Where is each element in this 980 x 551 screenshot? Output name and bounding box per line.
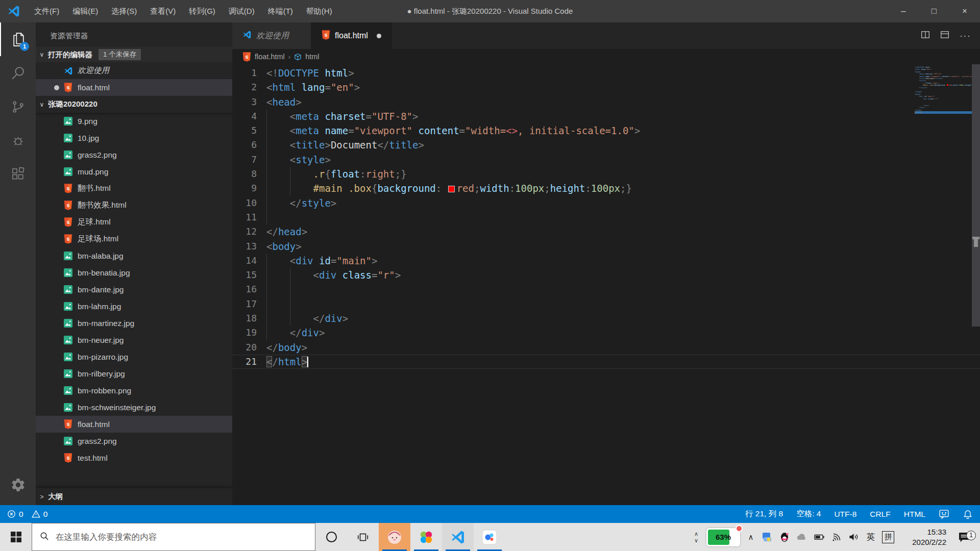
source-control-icon[interactable] bbox=[0, 90, 36, 123]
outline-section-header[interactable]: > 大纲 bbox=[36, 488, 232, 505]
search-icon[interactable] bbox=[0, 56, 36, 90]
search-input[interactable] bbox=[56, 532, 280, 542]
editor-tab[interactable]: 欢迎使用 bbox=[232, 22, 311, 49]
code-line[interactable]: 3<head> bbox=[232, 95, 980, 109]
code-line[interactable]: 21</html> bbox=[232, 355, 980, 369]
file-row[interactable]: 9.png bbox=[36, 113, 232, 130]
battery-icon[interactable] bbox=[811, 531, 828, 543]
maximize-button[interactable]: □ bbox=[919, 0, 949, 22]
code-line[interactable]: 7 <style> bbox=[232, 153, 980, 167]
settings-gear-icon[interactable] bbox=[0, 469, 36, 500]
file-row[interactable]: 5翻书.html bbox=[36, 180, 232, 197]
taskbar-app-vscode[interactable] bbox=[442, 523, 474, 551]
file-row[interactable]: 5翻书效果.html bbox=[36, 197, 232, 214]
code-line[interactable]: 20</body> bbox=[232, 340, 980, 355]
taskbar-search[interactable] bbox=[32, 523, 315, 551]
ime-language-indicator[interactable]: 英 bbox=[863, 532, 879, 543]
code-line[interactable]: 4 <meta charset="UTF-8"> bbox=[232, 109, 980, 123]
network-signal-icon[interactable] bbox=[828, 531, 845, 543]
menu-item[interactable]: 查看(V) bbox=[143, 0, 182, 22]
speaker-icon[interactable] bbox=[845, 531, 863, 543]
code-line[interactable]: 19 </div> bbox=[232, 325, 980, 340]
breadcrumb-item[interactable]: float.html bbox=[255, 53, 285, 61]
code-line[interactable]: 17 bbox=[232, 297, 980, 311]
notifications-bell-icon[interactable] bbox=[963, 509, 973, 519]
code-line[interactable]: 2<html lang="en"> bbox=[232, 80, 980, 94]
menu-item[interactable]: 终端(T) bbox=[261, 0, 300, 22]
open-editor-item[interactable]: 欢迎使用 bbox=[36, 62, 232, 79]
minimap[interactable]: <!DOCTYPE html><html lang="en"><head> <m… bbox=[915, 66, 972, 114]
open-editor-item[interactable]: 5float.html bbox=[36, 79, 232, 96]
code-line[interactable]: 5 <meta name="viewport" content="width=<… bbox=[232, 123, 980, 138]
code-line[interactable]: 11 bbox=[232, 210, 980, 224]
editor-tab[interactable]: 5float.html bbox=[311, 22, 392, 49]
feedback-smiley-icon[interactable] bbox=[939, 509, 949, 519]
file-row[interactable]: bm-alaba.jpg bbox=[36, 247, 232, 264]
file-row[interactable]: mud.png bbox=[36, 163, 232, 180]
file-row[interactable]: 5足球场.html bbox=[36, 231, 232, 247]
status-item[interactable]: CRLF bbox=[870, 510, 890, 519]
file-row[interactable]: bm-martinez.jpg bbox=[36, 315, 232, 332]
code-editor[interactable]: 1<!DOCTYPE html>2<html lang="en">3<head>… bbox=[232, 64, 980, 505]
task-view-button[interactable] bbox=[347, 523, 379, 551]
breadcrumb-item[interactable]: html bbox=[305, 53, 319, 61]
qq-icon[interactable] bbox=[776, 532, 793, 543]
menu-item[interactable]: 转到(G) bbox=[182, 0, 222, 22]
taskbar-clock[interactable]: 15:33 2020/2/22 bbox=[901, 527, 946, 547]
taskbar-app-docs[interactable] bbox=[474, 523, 505, 551]
code-line[interactable]: 14 <div id="main"> bbox=[232, 254, 980, 268]
file-row[interactable]: bm-pizarro.jpg bbox=[36, 348, 232, 365]
file-row[interactable]: grass2.png bbox=[36, 146, 232, 163]
code-line[interactable]: 8 .r{float:right;} bbox=[232, 167, 980, 181]
youdao-dict-icon[interactable] bbox=[758, 532, 776, 543]
code-line[interactable]: 6 <title>Document</title> bbox=[232, 138, 980, 152]
open-editors-section-header[interactable]: ∨ 打开的编辑器 1 个未保存 bbox=[36, 47, 232, 62]
action-center-button[interactable]: 1 bbox=[950, 531, 978, 544]
menu-item[interactable]: 选择(S) bbox=[105, 0, 143, 22]
problems-errors[interactable]: 0 bbox=[7, 510, 23, 519]
extensions-icon[interactable] bbox=[0, 157, 36, 191]
status-item[interactable]: 空格: 4 bbox=[796, 509, 821, 519]
status-item[interactable]: UTF-8 bbox=[834, 510, 856, 519]
status-item[interactable]: HTML bbox=[904, 510, 925, 519]
code-line[interactable]: 1<!DOCTYPE html> bbox=[232, 66, 980, 80]
close-button[interactable]: × bbox=[949, 0, 980, 22]
code-line[interactable]: 15 <div class="r"> bbox=[232, 268, 980, 282]
file-row[interactable]: bm-schweinsteiger.jpg bbox=[36, 399, 232, 416]
taskbar-app-chat[interactable] bbox=[379, 523, 410, 551]
editor-layout-icon[interactable] bbox=[940, 30, 949, 41]
explorer-icon[interactable]: 1 bbox=[0, 22, 36, 56]
folder-section-header[interactable]: ∨ 张璐20200220 bbox=[36, 96, 232, 113]
file-row[interactable]: 5float.html bbox=[36, 416, 232, 433]
file-row[interactable]: 5足球.html bbox=[36, 214, 232, 231]
menu-item[interactable]: 文件(F) bbox=[28, 0, 66, 22]
status-item[interactable]: 行 21, 列 8 bbox=[745, 509, 783, 519]
code-line[interactable]: 9 #main .box{background: red;width:100px… bbox=[232, 181, 980, 195]
cortana-button[interactable] bbox=[315, 523, 347, 551]
start-button[interactable] bbox=[0, 523, 32, 551]
file-row[interactable]: 5test.html bbox=[36, 449, 232, 466]
code-line[interactable]: 16 bbox=[232, 282, 980, 296]
tray-scroll-chevrons[interactable]: ∧∨ bbox=[689, 531, 703, 544]
code-line[interactable]: 12</head> bbox=[232, 224, 980, 239]
file-row[interactable]: bm-neuer.jpg bbox=[36, 332, 232, 348]
show-hidden-icons-chevron[interactable]: ∧ bbox=[743, 533, 758, 542]
code-line[interactable]: 10 </style> bbox=[232, 196, 980, 210]
file-row[interactable]: 10.jpg bbox=[36, 130, 232, 146]
taskbar-app-pinwheel[interactable] bbox=[410, 523, 442, 551]
more-actions-icon[interactable]: ··· bbox=[960, 30, 971, 41]
split-editor-icon[interactable] bbox=[921, 30, 930, 41]
file-row[interactable]: bm-rilbery.jpg bbox=[36, 365, 232, 382]
minimize-button[interactable]: – bbox=[888, 0, 919, 22]
editor-scrollbar[interactable] bbox=[972, 64, 980, 327]
code-line[interactable]: 13<body> bbox=[232, 239, 980, 254]
file-row[interactable]: bm-robben.png bbox=[36, 382, 232, 399]
debug-icon[interactable] bbox=[0, 123, 36, 157]
file-row[interactable]: bm-benatia.jpg bbox=[36, 264, 232, 281]
file-row[interactable]: grass2.png bbox=[36, 433, 232, 449]
ime-mode-indicator[interactable]: 拼 bbox=[882, 531, 894, 543]
cloud-icon[interactable] bbox=[793, 531, 811, 543]
problems-warnings[interactable]: 0 bbox=[32, 510, 48, 519]
menu-item[interactable]: 编辑(E) bbox=[66, 0, 105, 22]
menu-item[interactable]: 帮助(H) bbox=[300, 0, 339, 22]
